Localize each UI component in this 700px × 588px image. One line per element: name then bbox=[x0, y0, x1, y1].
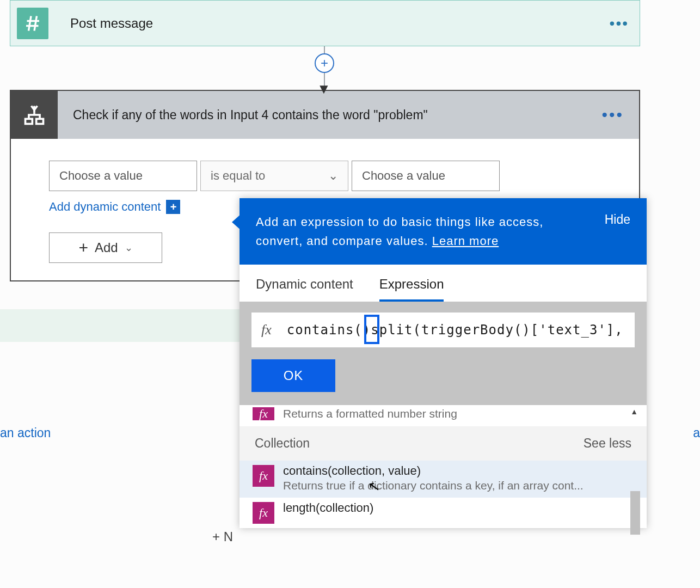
condition-right-value[interactable] bbox=[352, 161, 500, 191]
hash-icon bbox=[17, 8, 48, 39]
fx-icon: fx bbox=[253, 465, 274, 487]
fx-icon: fx bbox=[253, 502, 274, 524]
add-condition-button[interactable]: + Add ⌄ bbox=[49, 232, 162, 263]
condition-title-bar[interactable]: Check if any of the words in Input 4 con… bbox=[58, 91, 639, 139]
svg-rect-5 bbox=[36, 119, 44, 124]
learn-more-link[interactable]: Learn more bbox=[432, 234, 499, 248]
function-item[interactable]: fx Returns a formatted number string bbox=[240, 405, 647, 426]
condition-menu[interactable]: ••• bbox=[601, 106, 624, 124]
function-desc: Returns a formatted number string bbox=[283, 406, 634, 421]
ok-button[interactable]: OK bbox=[251, 359, 335, 392]
function-desc: Returns true if a dictionary contains a … bbox=[283, 478, 634, 493]
expression-flyout: Add an expression to do basic things lik… bbox=[240, 198, 647, 528]
condition-operator[interactable]: is equal to ⌄ bbox=[200, 161, 348, 191]
expression-input[interactable]: fx contains()split(triggerBody()['text_3… bbox=[251, 313, 635, 347]
scrollbar-thumb[interactable] bbox=[630, 491, 640, 535]
arrow-down-icon: ▼ bbox=[317, 81, 331, 97]
condition-title: Check if any of the words in Input 4 con… bbox=[73, 108, 601, 122]
flyout-pointer bbox=[232, 213, 242, 231]
right-edge-fragment: a bbox=[693, 426, 700, 440]
background-stripe bbox=[0, 309, 240, 342]
function-title: contains(collection, value) bbox=[283, 464, 634, 478]
post-message-card[interactable]: Post message ••• bbox=[10, 0, 640, 46]
expression-value: contains()split(triggerBody()['text_3'],… bbox=[287, 322, 625, 338]
see-less-link[interactable]: See less bbox=[584, 436, 631, 451]
svg-rect-4 bbox=[26, 119, 33, 124]
scroll-up-icon[interactable]: ▲ bbox=[630, 407, 638, 416]
expression-input-zone: fx contains()split(triggerBody()['text_3… bbox=[240, 302, 647, 405]
new-step-fragment[interactable]: + N bbox=[212, 529, 233, 544]
flyout-banner: Add an expression to do basic things lik… bbox=[240, 198, 647, 265]
function-item-length[interactable]: fx length(collection) bbox=[240, 498, 647, 528]
plus-icon: + bbox=[78, 238, 88, 257]
tab-dynamic-content[interactable]: Dynamic content bbox=[256, 277, 353, 302]
tab-expression[interactable]: Expression bbox=[379, 277, 444, 302]
add-dynamic-content-label: Add dynamic content bbox=[49, 200, 161, 214]
function-item-contains[interactable]: fx contains(collection, value) Returns t… bbox=[240, 461, 647, 498]
add-button-label: Add bbox=[95, 240, 118, 255]
condition-operator-label: is equal to bbox=[211, 169, 265, 183]
section-name: Collection bbox=[255, 436, 310, 451]
post-message-menu[interactable]: ••• bbox=[610, 15, 629, 32]
chevron-down-icon: ⌄ bbox=[328, 169, 338, 183]
text-caret-highlight bbox=[364, 315, 379, 344]
plus-icon: + bbox=[166, 200, 180, 214]
svg-line-3 bbox=[34, 16, 37, 30]
add-step-button[interactable]: + bbox=[315, 53, 334, 73]
condition-icon bbox=[11, 91, 58, 139]
fx-icon: fx bbox=[253, 407, 274, 420]
condition-left-value[interactable] bbox=[49, 161, 197, 191]
hide-button[interactable]: Hide bbox=[605, 212, 630, 227]
function-title: length(collection) bbox=[283, 501, 634, 515]
svg-line-2 bbox=[29, 16, 32, 30]
function-section-header: Collection See less bbox=[240, 426, 647, 461]
post-message-title: Post message bbox=[70, 16, 610, 31]
add-action-link-fragment[interactable]: an action bbox=[0, 426, 51, 440]
flyout-banner-text: Add an expression to do basic things lik… bbox=[256, 215, 543, 248]
fx-icon: fx bbox=[261, 322, 272, 338]
function-list: ▲ fx Returns a formatted number string C… bbox=[240, 405, 647, 528]
chevron-down-icon: ⌄ bbox=[125, 242, 133, 254]
